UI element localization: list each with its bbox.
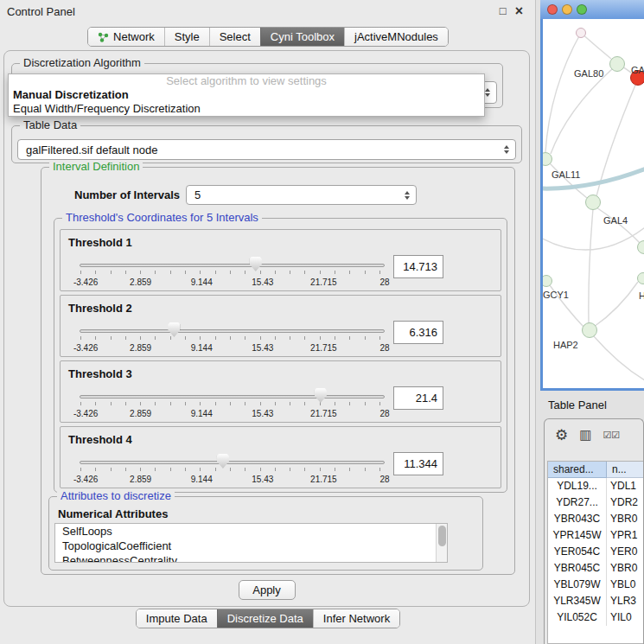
cell-shared-name: YPR145W (548, 527, 607, 544)
network-edge[interactable] (551, 69, 612, 154)
scale-tick-label: 9.144 (191, 475, 213, 484)
tab-infer-network[interactable]: Infer Network (313, 609, 399, 628)
network-edge[interactable] (594, 282, 638, 327)
tab-cyni-toolbox[interactable]: Cyni Toolbox (260, 28, 344, 46)
attribute-list-item[interactable]: TopologicalCoefficient (55, 539, 447, 553)
tab-style[interactable]: Style (164, 28, 209, 46)
stepper-arrows-icon (405, 191, 410, 200)
numerical-attributes-list[interactable]: SelfLoopsTopologicalCoefficientBetweenne… (54, 523, 448, 563)
threshold-slider[interactable] (80, 392, 385, 408)
column-header-shared-name[interactable]: shared... (548, 462, 607, 478)
table-row[interactable]: YBR045CYBR0 (548, 560, 643, 577)
network-node[interactable] (585, 194, 601, 210)
number-of-intervals-value: 5 (187, 188, 416, 201)
network-node[interactable] (609, 56, 625, 72)
network-node[interactable] (582, 322, 597, 338)
minimize-traffic-light[interactable] (562, 4, 572, 15)
threshold-label: Threshold 3 (68, 367, 132, 380)
table-row[interactable]: YLR345WYLR3 (548, 593, 643, 609)
threshold-value-field[interactable]: 14.713 (393, 255, 443, 278)
zoom-traffic-light[interactable] (577, 4, 587, 15)
scale-tick-label: 2.859 (130, 475, 151, 484)
table-row[interactable]: YBL079WYBL0 (548, 577, 643, 593)
discretization-algorithm-group-title: Discretization Algorithm (20, 56, 144, 69)
tab-select[interactable]: Select (209, 28, 260, 46)
threshold-value-field[interactable]: 11.344 (393, 452, 443, 475)
network-node[interactable] (576, 28, 586, 38)
slider-scale-labels: -3.4262.8599.14415.4321.71528 (80, 343, 385, 353)
cell-shared-name: YDL19... (548, 478, 607, 494)
tab-discretize-data[interactable]: Discretize Data (217, 609, 313, 628)
network-canvas[interactable]: GAL80GAGAL11GAL4GCY1HAP2H (543, 19, 644, 388)
scale-tick-label: -3.426 (73, 343, 98, 353)
dropdown-prompt-item[interactable]: Select algorithm to view settings (9, 74, 484, 88)
table-panel-window: ⚙ ▥ ☑☑ shared... n... YDL19...YDL1YDR27.… (544, 418, 644, 644)
network-edge[interactable] (545, 33, 581, 152)
screen: Control Panel □ × Network Style Select C… (0, 0, 644, 644)
network-window-titlebar[interactable] (540, 0, 644, 19)
dropdown-option-equal-width-frequency[interactable]: Equal Width/Frequency Discretization (9, 102, 484, 116)
slider-scale-labels: -3.4262.8599.14415.4321.71528 (80, 409, 385, 418)
attribute-list-item[interactable]: SelfLoops (55, 524, 447, 539)
network-edge[interactable] (596, 207, 641, 244)
network-edge[interactable] (593, 335, 644, 380)
table-row[interactable]: YDR27...YDR2 (548, 494, 643, 511)
apply-button[interactable]: Apply (239, 580, 296, 600)
threshold-slider[interactable] (80, 458, 385, 474)
table-row[interactable]: YBR043CYBR0 (548, 511, 643, 527)
column-header-name[interactable]: n... (607, 462, 643, 478)
tab-jactivemnodules[interactable]: jActiveMNodules (344, 28, 448, 46)
threshold-4-panel: Threshold 4-3.4262.8599.14415.4321.71528… (60, 426, 501, 488)
table-row[interactable]: YPR145WYPR1 (548, 527, 643, 544)
scale-tick-label: -3.426 (73, 409, 98, 418)
number-of-intervals-select[interactable]: 5 (186, 185, 417, 205)
tab-impute-data[interactable]: Impute Data (137, 609, 217, 628)
threshold-3-panel: Threshold 3-3.4262.8599.14415.4321.71528… (60, 360, 501, 423)
dropdown-option-manual-discretization[interactable]: Manual Discretization (9, 88, 484, 102)
scale-tick-label: 2.859 (130, 409, 151, 418)
cell-name: YDR2 (607, 494, 643, 511)
tab-network[interactable]: Network (88, 28, 164, 46)
threshold-slider[interactable] (80, 327, 385, 342)
table-data-select[interactable]: galFiltered.sif default node (17, 139, 516, 160)
window-title: Control Panel (7, 5, 75, 18)
threshold-slider[interactable] (80, 261, 385, 277)
combo-arrows-icon (504, 145, 509, 154)
threshold-value-field[interactable]: 6.316 (393, 321, 443, 344)
slider-thumb[interactable] (168, 322, 180, 337)
network-edge[interactable] (543, 225, 644, 250)
network-edge[interactable] (550, 163, 587, 198)
network-node[interactable] (637, 272, 644, 284)
slider-thumb[interactable] (250, 257, 262, 271)
settings-gear-icon[interactable]: ⚙ (555, 426, 568, 444)
table-row[interactable]: YER054CYER0 (548, 544, 643, 560)
scale-tick-label: 15.43 (252, 475, 273, 484)
scale-tick-label: 21.715 (310, 475, 337, 484)
table-data-select-value: galFiltered.sif default node (18, 143, 515, 156)
threshold-value-field[interactable]: 21.4 (393, 386, 443, 410)
network-edge[interactable] (589, 209, 593, 323)
close-traffic-light[interactable] (547, 4, 558, 15)
select-rows-icon[interactable]: ☑☑ (603, 430, 620, 441)
slider-thumb[interactable] (217, 454, 229, 469)
float-window-icon[interactable]: □ (500, 4, 507, 17)
close-window-icon[interactable]: × (515, 4, 523, 17)
attribute-list-item[interactable]: BetweennessCentrality (55, 553, 447, 563)
table-row[interactable]: YIL052CYIL0 (548, 609, 643, 626)
attributes-group-title: Attributes to discretize (57, 489, 175, 502)
network-edge[interactable] (581, 33, 611, 59)
scale-tick-label: 28 (379, 409, 389, 418)
scrollbar-thumb[interactable] (438, 526, 446, 546)
network-node-label: GAL80 (574, 68, 603, 79)
scale-tick-label: 9.144 (191, 277, 213, 287)
table-row[interactable]: YDL19...YDL1 (548, 478, 643, 494)
cell-name: YPR1 (607, 527, 643, 544)
slider-thumb[interactable] (315, 388, 327, 403)
threshold-1-panel: Threshold 1-3.4262.8599.14415.4321.71528… (60, 229, 501, 291)
columns-icon[interactable]: ▥ (579, 427, 591, 443)
bottom-tabstrip: Impute Data Discretize Data Infer Networ… (136, 609, 400, 628)
network-node-label: H (639, 290, 644, 301)
scale-tick-label: 28 (379, 475, 389, 484)
slider-track (80, 329, 385, 333)
attributes-scrollbar[interactable] (436, 524, 447, 562)
